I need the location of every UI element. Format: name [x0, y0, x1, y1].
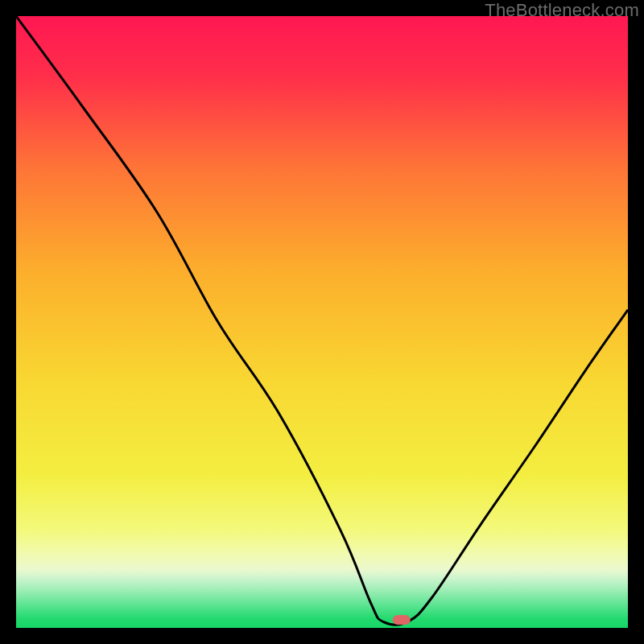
chart-frame: TheBottleneck.com	[0, 0, 644, 644]
plot-area	[16, 16, 628, 628]
bottleneck-chart	[16, 16, 628, 628]
chart-background	[16, 16, 628, 628]
optimal-marker	[393, 615, 411, 625]
